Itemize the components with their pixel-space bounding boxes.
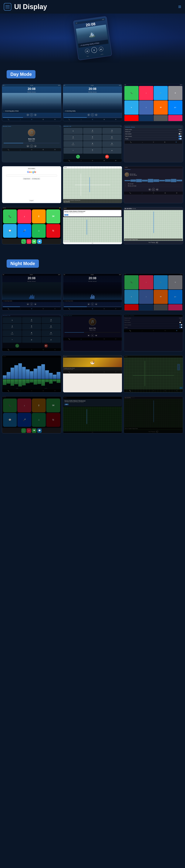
night-carplay-nav-screen[interactable]: 18:20 Sunny Coffee Modern Restaurant 154…	[63, 396, 122, 433]
night-bt-app[interactable]: BT	[168, 290, 182, 304]
local-prev[interactable]: ⏮	[149, 188, 151, 191]
nav-l2[interactable]: ♪	[142, 192, 142, 194]
day-home-screen-1[interactable]: BT ♪20:08WiFi 20:08 Monday January ♪ A s…	[2, 84, 61, 121]
night-nav-mu5[interactable]: ⚙	[115, 338, 116, 340]
night-nav-btn-2[interactable]: ⊖	[181, 387, 182, 389]
night-twitter-app[interactable]: 🐦	[154, 275, 168, 289]
night-key-4[interactable]: 4GHI	[3, 324, 22, 330]
google-lucky-btn[interactable]: I'm Feeling Lucky	[31, 178, 41, 180]
night-nav-ph1[interactable]: 📞	[8, 349, 9, 350]
camera-app[interactable]: 📷	[154, 115, 168, 121]
music-next-day[interactable]: ⏭	[34, 145, 36, 147]
night-nav-5[interactable]: ⚙	[54, 308, 55, 310]
night-nav-4[interactable]: ⊞	[43, 308, 44, 310]
night-nav-f3[interactable]: ⊙	[92, 371, 93, 373]
cp-siri[interactable]: 🎤	[17, 224, 31, 238]
night-prev-2[interactable]: ⏮	[87, 303, 90, 305]
day-phone-screen[interactable]: Bluetooth_Call ↗ 1 2ABC 3DEF 4GHI 5JKL 6…	[63, 125, 122, 162]
local-track-item-2[interactable]: 2 华年_终_消...B.mp3	[125, 185, 182, 187]
key-5[interactable]: 5JKL	[83, 134, 102, 141]
night-nav-set1[interactable]: 📞	[130, 330, 131, 332]
night-nav-f2[interactable]: ♪	[81, 371, 82, 373]
night-cp-dock-music[interactable]: ♪	[27, 428, 31, 433]
night-nav-set3[interactable]: ⊙	[153, 330, 154, 332]
youtube-app[interactable]: ▶	[125, 115, 138, 121]
key-star[interactable]: *	[63, 148, 83, 154]
play-2[interactable]: ⏸	[91, 113, 94, 116]
nav-s2[interactable]: ♪	[142, 142, 143, 143]
night-nav-eq3[interactable]: ⊙	[31, 390, 32, 392]
night-cp-maps[interactable]: 🗺	[46, 399, 60, 412]
night-food-screen[interactable]: Status 🍜 Traditional Asian Bowl Fresh in…	[63, 355, 122, 392]
night-cp-phone[interactable]: 📞	[3, 399, 17, 412]
nav-phone-2[interactable]: 📞	[69, 119, 70, 120]
night-auto-answer-toggle[interactable]	[179, 322, 182, 323]
go-button[interactable]: GO	[64, 214, 68, 216]
key-0[interactable]: 0+	[83, 148, 102, 154]
night-key-hash[interactable]: #	[42, 337, 60, 343]
night-auto-connect-toggle[interactable]	[179, 324, 182, 326]
night-nav-mu4[interactable]: ⊞	[104, 338, 105, 340]
facebook-app[interactable]: f	[139, 100, 153, 115]
auto-answer-toggle[interactable]	[179, 133, 182, 134]
app-12[interactable]: ❤	[168, 115, 182, 121]
google-search-btn[interactable]: Google Search	[23, 178, 31, 180]
night-music-play[interactable]: ⏸	[91, 334, 94, 337]
nav-home-2[interactable]: ⊙	[92, 119, 93, 120]
nav-l1[interactable]: 📞	[130, 192, 131, 194]
night-go-button[interactable]: GO	[64, 404, 69, 405]
nav-m4[interactable]: ⊞	[43, 149, 44, 150]
nav-home-1[interactable]: ⊙	[31, 119, 32, 120]
cp-dock-phone[interactable]: 📞	[21, 239, 26, 244]
night-cp-siri[interactable]: 🎤	[17, 413, 31, 427]
night-nav-set4[interactable]: ⊞	[165, 330, 166, 332]
night-key-5[interactable]: 5JKL	[22, 324, 41, 330]
nav-bt-1[interactable]: ⚙	[54, 119, 55, 120]
night-nav-mu2[interactable]: ♪	[81, 338, 82, 340]
cp-maps[interactable]: 🗺	[46, 210, 60, 223]
night-cp-play-btn[interactable]: ▶	[156, 430, 158, 433]
night-nav-ph2[interactable]: ♪	[20, 349, 21, 350]
night-music-next[interactable]: ⏭	[95, 334, 98, 337]
nav-p4[interactable]: ⊞	[104, 160, 105, 161]
end-call-button[interactable]: ✖	[105, 155, 109, 159]
night-key-1[interactable]: 1	[3, 317, 22, 323]
cp-dock-maps[interactable]: 🗺	[32, 239, 36, 244]
music-prev-day[interactable]: ⏮	[27, 145, 29, 147]
nav-music-2[interactable]: ♪	[81, 119, 82, 120]
nav-l3[interactable]: ⊙	[153, 192, 154, 194]
day-home-screen-2[interactable]: BT20:08WiFi 20:08 Monday January ♪ A stu…	[63, 84, 122, 121]
night-next-1[interactable]: ⏭	[34, 303, 36, 305]
night-telegram-app[interactable]: ✈	[125, 290, 138, 304]
night-nav-f4[interactable]: ⊞	[104, 371, 105, 373]
night-nav-eq1[interactable]: 📞	[8, 390, 9, 392]
nav-m2[interactable]: ♪	[20, 149, 21, 150]
night-play-1[interactable]: ⏸	[30, 303, 33, 306]
cp-messages[interactable]: 💬	[3, 224, 17, 238]
play-1[interactable]: ⏸	[30, 113, 33, 116]
twitter-app[interactable]: 🐦	[154, 86, 168, 100]
cp-netflix[interactable]: N	[46, 224, 60, 238]
night-nav-9[interactable]: ⊞	[104, 308, 105, 310]
nav-apps-2[interactable]: ⊞	[104, 119, 105, 120]
nav-p3[interactable]: ⊙	[92, 160, 93, 161]
night-nav-ph4[interactable]: ⊞	[43, 349, 44, 350]
night-nav-set5[interactable]: ⚙	[176, 330, 177, 332]
night-nav-ph5[interactable]: ⚙	[54, 349, 55, 350]
music-play-day[interactable]: ⏸	[30, 145, 33, 148]
cp-play-btn[interactable]: ▶	[156, 241, 158, 244]
next-2[interactable]: ⏭	[95, 114, 98, 116]
nav-p1[interactable]: 📞	[69, 160, 70, 161]
night-cp-podcasts[interactable]: 🎙	[32, 399, 46, 412]
night-nav-set2[interactable]: ♪	[142, 330, 142, 332]
cp-phone[interactable]: 📞	[3, 210, 17, 223]
night-nav-ph3[interactable]: ⊙	[31, 349, 32, 350]
nav-phone-1[interactable]: 📞	[8, 119, 9, 120]
app-9[interactable]: 📡	[139, 115, 153, 121]
nav-bt-2[interactable]: ⚙	[115, 119, 116, 120]
night-cp-dock-phone[interactable]: 📞	[21, 428, 26, 433]
hamburger-button[interactable]	[4, 3, 11, 10]
night-music-prev[interactable]: ⏮	[87, 334, 90, 337]
day-google-screen[interactable]: BT17:44WiFi Google Google Search I'm Fee…	[2, 166, 61, 203]
key-9[interactable]: 9WXYZ	[102, 141, 122, 147]
